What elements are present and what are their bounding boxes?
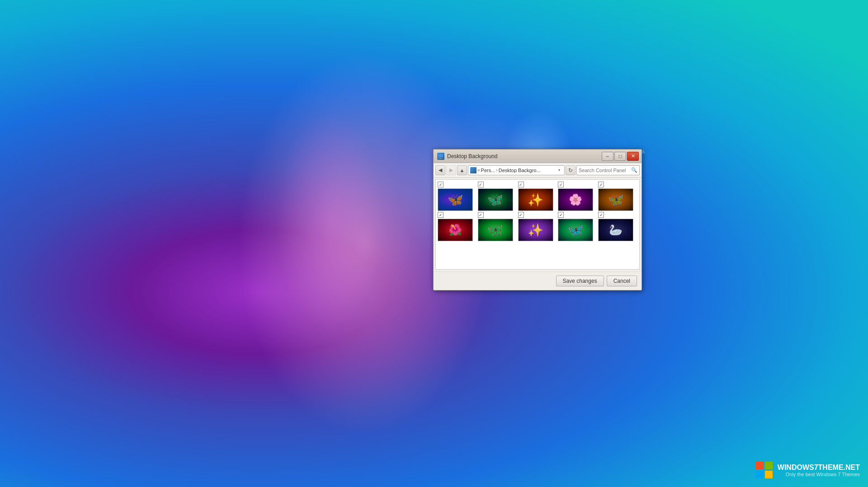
thumbnail-checkbox-3[interactable]: ✓ xyxy=(518,182,524,187)
svg-rect-0 xyxy=(756,462,764,469)
thumbnail-image-7[interactable] xyxy=(478,219,513,241)
thumbnail-item-3: ✓ xyxy=(518,182,557,211)
thumbnail-checkbox-1[interactable]: ✓ xyxy=(438,182,443,187)
search-box[interactable]: 🔍 xyxy=(576,165,640,175)
thumbnail-image-5[interactable] xyxy=(598,188,633,211)
back-button[interactable]: ◀ xyxy=(435,165,445,175)
close-button[interactable]: ✕ xyxy=(627,152,639,161)
thumbnail-checkbox-2[interactable]: ✓ xyxy=(478,182,484,187)
search-input[interactable] xyxy=(579,168,629,173)
thumbnail-item-2: ✓ xyxy=(478,182,517,211)
thumbnail-image-3[interactable] xyxy=(518,188,553,211)
maximize-button[interactable]: □ xyxy=(614,152,626,161)
dialog-title-text: Desktop Background xyxy=(447,153,497,159)
win7-site-name: WINDOWS7THEME.NET xyxy=(778,464,860,472)
address-path[interactable]: « Pers... › Desktop Backgro... ▾ xyxy=(468,165,565,175)
thumbnail-image-2[interactable] xyxy=(478,188,513,211)
refresh-button[interactable]: ↻ xyxy=(566,165,576,175)
svg-rect-3 xyxy=(765,471,773,478)
thumbnail-item-1: ✓ xyxy=(438,182,477,211)
thumbnail-image-10[interactable] xyxy=(598,219,633,241)
thumbnails-content-area[interactable]: ✓ ✓ ✓ ✓ ✓ xyxy=(435,179,640,270)
thumbnail-item-6: ✓ xyxy=(438,212,477,241)
dialog-footer: Save changes Cancel xyxy=(434,272,642,290)
minimize-button[interactable]: − xyxy=(602,152,613,161)
thumbnail-checkbox-7[interactable]: ✓ xyxy=(478,212,484,218)
path-desktop-background: Desktop Backgro... xyxy=(499,168,541,173)
svg-rect-1 xyxy=(765,462,773,469)
thumbnail-checkbox-10[interactable]: ✓ xyxy=(598,212,604,218)
path-arrow: › xyxy=(496,168,497,173)
win7-tagline: Only the best Windows 7 Themes xyxy=(778,472,860,477)
svg-rect-6 xyxy=(439,158,443,159)
thumbnail-checkbox-4[interactable]: ✓ xyxy=(558,182,564,187)
desktop-background-dialog: Desktop Background − □ ✕ ◀ ▶ ▲ « Pers...… xyxy=(433,149,642,290)
thumbnail-image-4[interactable] xyxy=(558,188,593,211)
title-bar-left: Desktop Background xyxy=(437,153,497,160)
svg-rect-2 xyxy=(756,471,764,478)
thumbnail-image-8[interactable] xyxy=(518,219,553,241)
title-bar: Desktop Background − □ ✕ xyxy=(434,150,642,163)
address-bar: ◀ ▶ ▲ « Pers... › Desktop Backgro... ▾ ↻… xyxy=(434,163,642,178)
thumbnail-checkbox-8[interactable]: ✓ xyxy=(518,212,524,218)
thumbnail-image-9[interactable] xyxy=(558,219,593,241)
svg-rect-5 xyxy=(440,158,442,158)
thumbnail-image-6[interactable] xyxy=(438,219,473,241)
win7-text-block: WINDOWS7THEME.NET Only the best Windows … xyxy=(778,464,860,477)
thumbnail-item-8: ✓ xyxy=(518,212,557,241)
thumbnail-item-5: ✓ xyxy=(598,182,637,211)
path-dropdown-button[interactable]: ▾ xyxy=(556,167,562,173)
up-button[interactable]: ▲ xyxy=(457,165,467,175)
dialog-title-icon xyxy=(437,153,444,160)
path-pers: Pers... xyxy=(481,168,495,173)
save-changes-button[interactable]: Save changes xyxy=(556,276,604,286)
cancel-button[interactable]: Cancel xyxy=(607,276,637,286)
title-bar-buttons: − □ ✕ xyxy=(602,152,639,161)
thumbnail-checkbox-9[interactable]: ✓ xyxy=(558,212,564,218)
path-separator-1: « xyxy=(477,168,480,173)
forward-button[interactable]: ▶ xyxy=(446,165,456,175)
thumbnail-item-7: ✓ xyxy=(478,212,517,241)
thumbnail-image-1[interactable] xyxy=(438,188,473,211)
thumbnail-item-9: ✓ xyxy=(558,212,597,241)
thumbnail-checkbox-5[interactable]: ✓ xyxy=(598,182,604,187)
win7theme-watermark: WINDOWS7THEME.NET Only the best Windows … xyxy=(756,462,860,479)
thumbnail-checkbox-6[interactable]: ✓ xyxy=(438,212,443,218)
desktop-icon xyxy=(438,154,443,159)
control-panel-icon xyxy=(470,167,476,173)
windows-logo-icon xyxy=(756,462,773,479)
thumbnail-item-4: ✓ xyxy=(558,182,597,211)
svg-rect-4 xyxy=(439,154,443,157)
search-icon: 🔍 xyxy=(631,167,637,173)
desktop-background: SOFTPEDIA WINDOWS7THEME.NET Only the bes… xyxy=(0,0,868,487)
thumbnails-grid: ✓ ✓ ✓ ✓ ✓ xyxy=(436,180,639,243)
thumbnail-item-10: ✓ xyxy=(598,212,637,241)
